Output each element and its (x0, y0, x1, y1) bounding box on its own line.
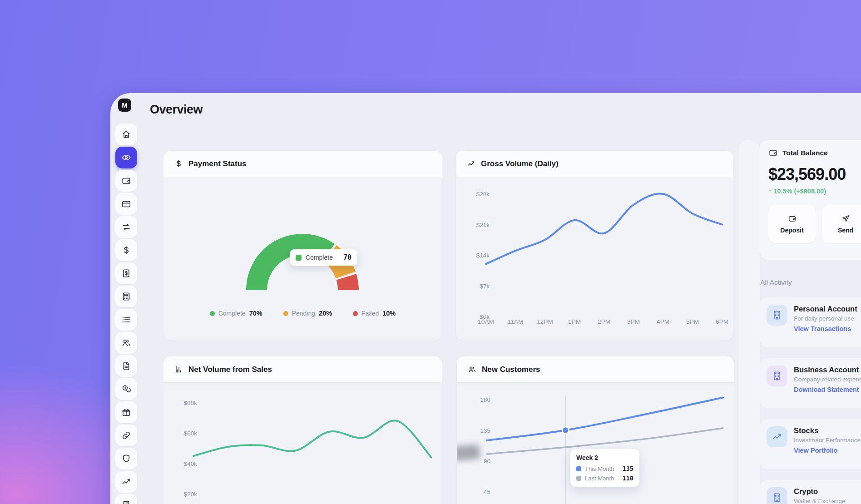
customers-tooltip: Week 2 This Month 135 Last Month 110 (570, 449, 639, 487)
sidebar-item-calculator[interactable] (115, 286, 137, 307)
activity-item-crypto[interactable]: Crypto Wallet & Exchange (759, 480, 861, 504)
y-axis-tick: $60k (163, 430, 197, 437)
x-axis-tick: 4PM (657, 318, 669, 325)
y-axis-tick: $21k (456, 221, 490, 228)
legend-label: Failed (361, 310, 379, 317)
x-axis-tick: 2PM (598, 318, 610, 325)
net-volume-chart[interactable]: $80k$60k$40k$20k (163, 383, 442, 504)
activity-item-stocks[interactable]: Stocks Investment Performance View Portf… (759, 419, 861, 469)
y-axis-tick: 45 (457, 488, 490, 495)
deposit-label: Deposit (780, 227, 803, 234)
failed-dot-icon (353, 311, 358, 316)
x-axis-tick: 1PM (568, 318, 581, 325)
invoice-dollar-icon (121, 268, 131, 278)
dollar-sign-icon (121, 245, 131, 255)
sidebar-item-coins[interactable] (115, 378, 137, 400)
users-icon (121, 338, 131, 348)
payment-gauge-chart[interactable]: Complete 70 Complete 70% Pending 20% (163, 177, 442, 341)
gift-icon (121, 407, 131, 417)
send-button[interactable]: Send (822, 205, 861, 243)
sidebar-item-link[interactable] (115, 425, 137, 446)
y-axis-tick: $80k (163, 400, 197, 406)
sidebar-item-eye[interactable] (115, 147, 137, 168)
tooltip-label: This Month (585, 465, 614, 472)
trending-up-icon (467, 159, 475, 168)
sidebar-item-credit-card[interactable] (115, 193, 137, 215)
view-transactions-link[interactable]: View Transactions (794, 325, 857, 332)
total-balance-amount: $23,569.00 (768, 165, 861, 184)
sidebar-item-shield[interactable] (115, 448, 137, 469)
send-label: Send (838, 227, 853, 234)
eye-icon (121, 153, 131, 163)
sidebar-item-home[interactable] (115, 124, 137, 145)
gross-volume-card: Gross Volume (Daily) $28k$21k$14k$7k$0k1… (456, 151, 733, 341)
page-title: Overview (150, 103, 203, 117)
x-axis-tick: 12PM (537, 318, 553, 325)
x-axis-tick: 6PM (716, 318, 728, 325)
total-balance-change: ↑ 10.5% (+$908.00) (768, 188, 861, 195)
y-axis-tick: 135 (457, 427, 490, 434)
users-icon (468, 365, 476, 374)
wallet-icon (768, 148, 778, 158)
y-axis-tick: $7k (456, 282, 490, 289)
legend-label: Pending (292, 310, 315, 317)
main-content: Payment Status Complete 70 Complete 70% (163, 151, 733, 504)
activity-item-business-account[interactable]: Business Account Company-related expense… (759, 358, 861, 408)
activity-subtitle: Wallet & Exchange (794, 498, 846, 504)
new-customers-chart[interactable]: Week 2 This Month 135 Last Month 110 180… (457, 383, 734, 504)
sidebar-item-invoice-dollar[interactable] (115, 262, 137, 284)
sidebar-item-list[interactable] (115, 309, 137, 331)
balance-actions: Deposit Send (768, 205, 861, 243)
wallet-icon (788, 214, 797, 223)
activity-subtitle: For daily personal use (794, 315, 857, 322)
activity-title: Business Account (794, 366, 861, 374)
y-axis-tick: $40k (163, 460, 197, 467)
sidebar-item-users[interactable] (115, 332, 137, 354)
legend-value: 20% (319, 310, 332, 317)
sidebar-item-dollar-sign[interactable] (115, 239, 137, 261)
gauge-tooltip: Complete 70 (290, 249, 357, 266)
card-title: Gross Volume (Daily) (481, 159, 559, 168)
legend-item-pending: Pending 20% (283, 310, 332, 317)
sidebar (115, 124, 137, 504)
card-title: Net Volume from Sales (188, 365, 272, 374)
last-month-swatch-icon (576, 476, 581, 481)
deposit-button[interactable]: Deposit (768, 205, 816, 243)
sidebar-item-transfer-arrows[interactable] (115, 216, 137, 238)
card-title: New Customers (482, 365, 540, 374)
trending-up-icon (767, 426, 787, 447)
app-logo[interactable]: M (118, 99, 131, 112)
net-volume-card: Net Volume from Sales $80k$60k$40k$20k (163, 356, 442, 504)
activity-item-personal-account[interactable]: Personal Account For daily personal use … (759, 297, 861, 347)
sidebar-item-building[interactable] (115, 494, 137, 504)
payment-status-card: Payment Status Complete 70 Complete 70% (163, 151, 442, 341)
building-icon (767, 487, 787, 504)
sidebar-item-gift[interactable] (115, 401, 137, 423)
activity-title: Crypto (794, 487, 846, 496)
sidebar-item-trending-up[interactable] (115, 471, 137, 493)
payment-status-header: Payment Status (163, 151, 442, 177)
sidebar-item-document[interactable] (115, 355, 137, 377)
legend-label: Complete (218, 310, 246, 317)
send-icon (841, 214, 850, 223)
sidebar-item-wallet[interactable] (115, 170, 137, 192)
view-portfolio-link[interactable]: View Portfolio (794, 447, 861, 454)
gross-volume-chart[interactable]: $28k$21k$14k$7k$0k10AM11AM12PM1PM2PM3PM4… (456, 177, 733, 341)
activity-title: Stocks (794, 426, 861, 435)
net-volume-header: Net Volume from Sales (163, 356, 442, 383)
download-statement-link[interactable]: Download Statement (794, 386, 861, 393)
x-axis-tick: 5PM (686, 318, 699, 325)
y-axis-tick: $28k (456, 191, 490, 198)
list-icon (121, 315, 131, 325)
net-line-chart-svg[interactable] (163, 383, 442, 504)
building-icon (767, 305, 787, 326)
tooltip-value: 110 (623, 474, 633, 482)
tooltip-row-this-month: This Month 135 (576, 465, 633, 472)
document-icon (121, 361, 131, 371)
new-customers-card: New Customers Week 2 This Month 135 Last… (457, 356, 734, 504)
pending-dot-icon (283, 311, 288, 316)
coins-icon (121, 384, 131, 394)
gross-volume-header: Gross Volume (Daily) (456, 151, 733, 177)
gross-line-chart-svg[interactable] (456, 177, 733, 341)
dashboard-panel: M Overview Payment Status Complete 70 Co… (110, 93, 861, 504)
